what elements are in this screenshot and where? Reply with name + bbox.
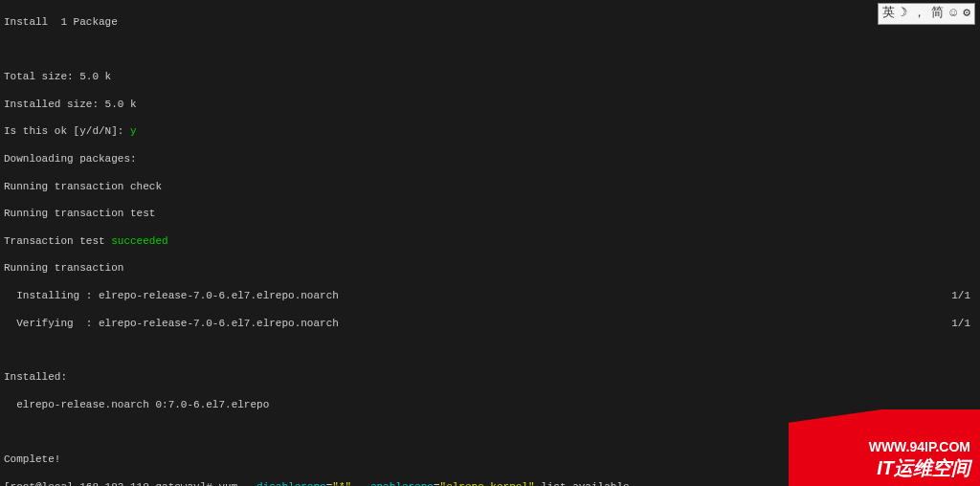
install-header: Install 1 Package (4, 15, 976, 29)
downloading: Downloading packages: (4, 152, 976, 166)
watermark-text: IT运维空间 (877, 455, 970, 480)
blank (4, 343, 976, 357)
ime-mode-icon[interactable]: 简 (931, 6, 944, 22)
confirm-prompt: Is this ok [y/d/N]: y (4, 124, 976, 138)
watermark: WWW.94IP.COM IT运维空间 (789, 409, 980, 486)
running-trans: Running transaction (4, 261, 976, 275)
verifying-line: Verifying : elrepo-release-7.0-6.el7.elr… (4, 317, 976, 330)
blank (4, 43, 976, 56)
moon-icon[interactable]: ☽ (901, 6, 908, 22)
total-size: Total size: 5.0 k (4, 70, 976, 83)
ime-toolbar[interactable]: 英 ☽ ， 简 ☺ ⚙ (878, 3, 975, 25)
smile-icon[interactable]: ☺ (949, 6, 957, 22)
installed-header: Installed: (4, 370, 976, 384)
run-check: Running transaction check (4, 180, 976, 193)
run-test: Running transaction test (4, 207, 976, 220)
installing-line: Installing : elrepo-release-7.0-6.el7.el… (4, 289, 976, 302)
gear-icon[interactable]: ⚙ (963, 6, 970, 22)
comma-icon[interactable]: ， (913, 6, 925, 22)
watermark-url: WWW.94IP.COM (869, 438, 970, 455)
ime-lang-icon[interactable]: 英 (882, 6, 895, 22)
trans-test: Transaction test succeeded (4, 234, 976, 248)
installed-size: Installed size: 5.0 k (4, 98, 976, 111)
